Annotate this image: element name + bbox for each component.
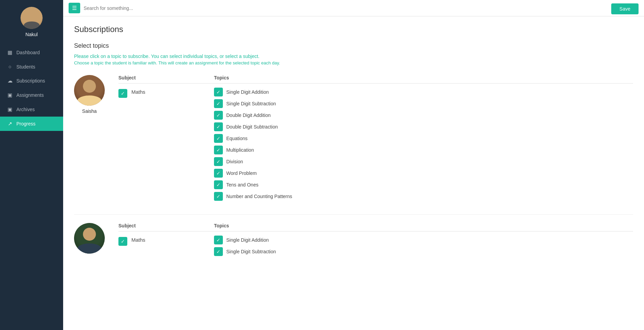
divider [74, 214, 633, 215]
sidebar-username: Nakul [26, 32, 38, 37]
student-photo [74, 75, 105, 106]
dashboard-icon: ▦ [7, 49, 13, 56]
topic-item-2a: ✓ Single Digit Addition [214, 236, 276, 244]
sidebar-item-archives[interactable]: ▣ Archives [0, 102, 63, 117]
topic-item: ✓ Word Problem [214, 169, 292, 178]
sidebar-item-label: Archives [16, 107, 35, 112]
sidebar-item-label: Subscriptions [16, 78, 45, 84]
student-info: Saisha [74, 75, 105, 114]
student-name: Saisha [82, 108, 97, 114]
subject-name-maths: Maths [131, 89, 145, 95]
student-block-saisha: Saisha Subject Topics ✓ Maths [74, 75, 633, 201]
topic-item: ✓ Equations [214, 134, 292, 143]
topic-item-2b: ✓ Single Digit Subtraction [214, 247, 276, 256]
sidebar-item-assignments[interactable]: ▣ Assignments [0, 88, 63, 102]
table-header-2: Subject Topics [118, 223, 633, 231]
student-header: Saisha Subject Topics ✓ Maths [74, 75, 633, 201]
topic-checkbox[interactable]: ✓ [214, 134, 223, 143]
student-header-2: Subject Topics ✓ Maths ✓ Single Digit Ad… [74, 223, 633, 256]
topics-header-2: Topics [214, 223, 229, 228]
student-block-boy: Subject Topics ✓ Maths ✓ Single Digit Ad… [74, 223, 633, 256]
subject-header: Subject [118, 75, 214, 80]
topic-label: Tens and Ones [226, 182, 258, 188]
topic-label: Single Digit Subtraction [226, 101, 276, 106]
menu-button[interactable]: ☰ [69, 3, 80, 13]
topic-checkbox[interactable]: ✓ [214, 99, 223, 108]
topic-label: Equations [226, 136, 247, 141]
topic-label: Single Digit Addition [226, 89, 269, 95]
archives-icon: ▣ [7, 106, 13, 112]
subject-header-2: Subject [118, 223, 214, 228]
topic-item: ✓ Single Digit Subtraction [214, 99, 292, 108]
subject-checkbox-maths[interactable]: ✓ [118, 89, 127, 98]
topic-checkbox-2a[interactable]: ✓ [214, 236, 223, 244]
topic-label: Division [226, 159, 243, 164]
topic-label: Number and Counting Patterns [226, 194, 292, 199]
table-body-2: ✓ Maths ✓ Single Digit Addition ✓ Single… [118, 236, 633, 256]
topic-checkbox[interactable]: ✓ [214, 122, 223, 131]
info-line1: Please click on a topic to subscribe. Yo… [74, 54, 633, 59]
topic-checkbox[interactable]: ✓ [214, 157, 223, 166]
subject-col-2: ✓ Maths [118, 236, 214, 256]
topic-item: ✓ Number and Counting Patterns [214, 192, 292, 201]
topic-item: ✓ Double Digit Subtraction [214, 122, 292, 131]
topbar: ☰ ⏻ Sign out [63, 0, 644, 16]
sidebar-item-students[interactable]: ○ Students [0, 60, 63, 74]
topic-item: ✓ Tens and Ones [214, 180, 292, 189]
topics-col: ✓ Single Digit Addition ✓ Single Digit S… [214, 88, 292, 201]
topic-label: Word Problem [226, 170, 257, 176]
sidebar-nav: ▦ Dashboard ○ Students ☁ Subscriptions ▣… [0, 45, 63, 131]
sidebar-item-label: Dashboard [16, 50, 40, 55]
topic-label-2b: Single Digit Subtraction [226, 249, 276, 254]
topic-checkbox[interactable]: ✓ [214, 111, 223, 120]
main-area: ☰ ⏻ Sign out Subscriptions Save Select t… [63, 0, 644, 330]
sidebar: Nakul ▦ Dashboard ○ Students ☁ Subscript… [0, 0, 63, 330]
subject-col: ✓ Maths [118, 88, 214, 201]
topic-checkbox[interactable]: ✓ [214, 88, 223, 96]
subject-table-2: Subject Topics ✓ Maths ✓ Single Digit Ad… [118, 223, 633, 256]
select-topics-heading: Select topics [74, 42, 633, 49]
sidebar-item-label: Progress [16, 121, 35, 126]
topic-item: ✓ Multiplication [214, 146, 292, 154]
sidebar-item-label: Students [16, 64, 35, 70]
page-title: Subscriptions [74, 25, 123, 34]
topic-checkbox[interactable]: ✓ [214, 180, 223, 189]
topic-item: ✓ Division [214, 157, 292, 166]
progress-icon: ↗ [7, 121, 13, 127]
students-icon: ○ [7, 64, 13, 70]
student-info-2 [74, 223, 105, 256]
topic-label: Multiplication [226, 147, 254, 153]
info-line2: Choose a topic the student is familiar w… [74, 60, 633, 65]
page-content: Subscriptions Save Select topics Please … [63, 16, 644, 330]
topics-col-2: ✓ Single Digit Addition ✓ Single Digit S… [214, 236, 276, 256]
topics-header: Topics [214, 75, 229, 80]
sidebar-item-subscriptions[interactable]: ☁ Subscriptions [0, 74, 63, 88]
table-header: Subject Topics [118, 75, 633, 84]
topic-item: ✓ Single Digit Addition [214, 88, 292, 96]
topbar-left: ☰ [69, 3, 169, 13]
topic-label-2a: Single Digit Addition [226, 237, 269, 243]
subject-checkbox-maths-2[interactable]: ✓ [118, 237, 127, 246]
subscriptions-icon: ☁ [7, 78, 13, 84]
sidebar-item-label: Assignments [16, 92, 44, 98]
topic-item: ✓ Double Digit Addition [214, 111, 292, 120]
topic-checkbox[interactable]: ✓ [214, 146, 223, 154]
topic-label: Double Digit Addition [226, 112, 271, 118]
sidebar-item-progress[interactable]: ↗ Progress [0, 117, 63, 131]
topic-checkbox[interactable]: ✓ [214, 192, 223, 201]
search-input[interactable] [84, 5, 169, 11]
topic-label: Double Digit Subtraction [226, 124, 278, 130]
sidebar-item-dashboard[interactable]: ▦ Dashboard [0, 45, 63, 60]
student-photo-2 [74, 223, 105, 254]
table-body: ✓ Maths ✓ Single Digit Addition ✓ Single… [118, 88, 633, 201]
subject-table: Subject Topics ✓ Maths ✓ Single Digit Ad… [118, 75, 633, 201]
assignments-icon: ▣ [7, 92, 13, 98]
subject-name-maths-2: Maths [131, 237, 145, 243]
topic-checkbox[interactable]: ✓ [214, 169, 223, 178]
avatar [20, 7, 43, 29]
topic-checkbox-2b[interactable]: ✓ [214, 247, 223, 256]
